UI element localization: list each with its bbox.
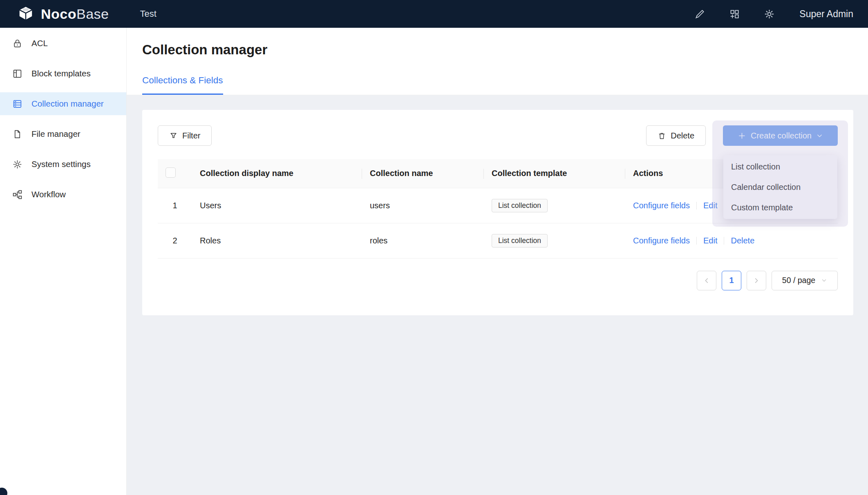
cell-name: users (362, 188, 484, 223)
topbar-actions: Super Admin (694, 9, 853, 20)
configure-fields-link[interactable]: Configure fields (633, 201, 690, 210)
select-all-checkbox[interactable] (166, 167, 176, 178)
row-index: 2 (158, 223, 192, 258)
chevron-down-icon (821, 277, 827, 283)
configure-fields-link[interactable]: Configure fields (633, 236, 690, 245)
sidebar-item-label: Workflow (31, 190, 66, 199)
topnav-item-test[interactable]: Test (135, 9, 161, 19)
menu-item-list-collection[interactable]: List collection (723, 156, 837, 177)
sidebar-item-collection-manager[interactable]: Collection manager (0, 92, 126, 115)
sidebar-item-system-settings[interactable]: System settings (0, 153, 126, 176)
column-name: Collection name (362, 159, 484, 188)
workflow-icon (12, 190, 22, 200)
file-icon (12, 129, 22, 139)
filter-button[interactable]: Filter (158, 125, 212, 146)
lock-icon (12, 38, 22, 49)
page-title: Collection manager (142, 42, 852, 58)
cell-display-name: Users (192, 188, 362, 223)
edit-link[interactable]: Edit (703, 201, 717, 210)
logo: NocoBase (16, 6, 109, 22)
sidebar: ACL Block templates Collection manager (0, 28, 127, 495)
prev-page-button[interactable] (697, 271, 716, 290)
sidebar-item-block-templates[interactable]: Block templates (0, 62, 126, 85)
chevron-down-icon (816, 132, 823, 139)
sidebar-item-workflow[interactable]: Workflow (0, 183, 126, 206)
table-row: 2 Roles roles List collection Configure … (158, 223, 838, 258)
column-template: Collection template (484, 159, 625, 188)
tab-bar: Collections & Fields (127, 75, 868, 95)
template-tag: List collection (492, 199, 548, 212)
sidebar-item-label: Collection manager (31, 99, 104, 109)
sidebar-item-label: System settings (31, 159, 91, 169)
card-toolbar: Filter Delete (158, 125, 838, 146)
logo-text-secondary: Base (76, 6, 109, 22)
chevron-right-icon (753, 277, 760, 284)
page-header: Collection manager Collections & Fields (127, 28, 868, 95)
plus-icon (738, 132, 746, 140)
delete-link[interactable]: Delete (731, 236, 754, 245)
topbar: NocoBase Test (0, 0, 868, 28)
user-menu[interactable]: Super Admin (799, 9, 853, 20)
sidebar-item-label: Block templates (31, 69, 91, 78)
main-area: Collection manager Collections & Fields (127, 28, 868, 495)
column-display-name: Collection display name (192, 159, 362, 188)
create-collection-button[interactable]: Create collection (723, 125, 838, 146)
edit-link[interactable]: Edit (703, 236, 717, 245)
template-tag: List collection (492, 234, 548, 247)
cell-name: roles (362, 223, 484, 258)
gear-icon (12, 159, 22, 169)
header-select-all (158, 159, 192, 188)
row-index: 1 (158, 188, 192, 223)
collection-icon (12, 99, 22, 109)
sidebar-item-label: ACL (31, 38, 48, 48)
app-window: NocoBase Test (0, 0, 868, 495)
sidebar-item-acl[interactable]: ACL (0, 32, 126, 55)
create-collection-dropdown: List collection Calendar collection Cust… (723, 155, 837, 219)
ui-editor-icon[interactable] (694, 9, 705, 20)
layout-icon (12, 69, 22, 79)
page-size-select[interactable]: 50 / page (772, 271, 838, 290)
pagination: 1 50 / page (158, 271, 838, 290)
cell-display-name: Roles (192, 223, 362, 258)
top-navigation: Test (135, 9, 161, 19)
trash-icon (658, 132, 666, 140)
settings-icon[interactable] (764, 9, 775, 20)
menu-item-custom-template[interactable]: Custom template (723, 197, 837, 218)
tab-collections-fields[interactable]: Collections & Fields (142, 75, 223, 95)
nocobase-logo-icon (16, 6, 35, 22)
next-page-button[interactable] (747, 271, 766, 290)
sidebar-item-label: File manager (31, 129, 81, 139)
filter-icon (169, 132, 178, 140)
plugin-manager-icon[interactable] (729, 9, 740, 20)
page-number-1[interactable]: 1 (722, 271, 741, 290)
sidebar-item-file-manager[interactable]: File manager (0, 123, 126, 145)
logo-text-primary: Noco (41, 6, 76, 22)
menu-item-calendar-collection[interactable]: Calendar collection (723, 177, 837, 197)
delete-button[interactable]: Delete (646, 125, 706, 146)
chevron-left-icon (703, 277, 710, 284)
